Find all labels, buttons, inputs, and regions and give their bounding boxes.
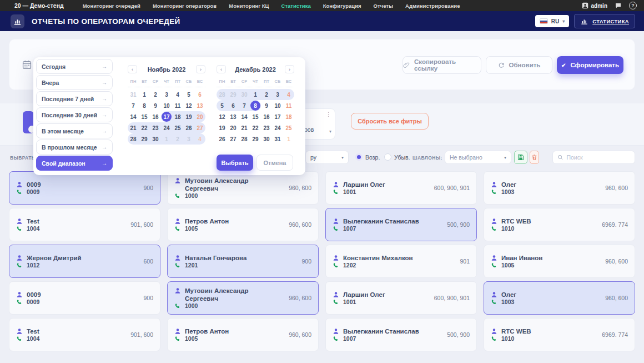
operator-card[interactable]: RTC WEB10106969. 774 <box>484 208 635 241</box>
next-month-button[interactable]: › <box>196 65 205 73</box>
calendar-day[interactable]: 6 <box>228 100 239 111</box>
sort-asc-radio[interactable]: Возр. <box>355 153 380 161</box>
calendar-day[interactable]: 22 <box>250 122 261 133</box>
calendar-day[interactable]: 3 <box>272 89 283 100</box>
calendar-day[interactable]: 18 <box>283 111 294 122</box>
operator-card[interactable]: Ларшин Олег1001600, 900, 901 <box>325 171 477 205</box>
calendar-day[interactable]: 15 <box>139 111 150 122</box>
calendar-day[interactable]: 14 <box>128 111 139 122</box>
calendar-day[interactable]: 17 <box>161 111 172 122</box>
calendar-day[interactable]: 28 <box>128 133 139 145</box>
next-month-button[interactable]: › <box>285 65 294 73</box>
preset-button[interactable]: Последние 7 дней→ <box>36 91 113 106</box>
preset-button[interactable]: Вчера→ <box>36 75 113 90</box>
calendar-day[interactable]: 14 <box>239 111 250 122</box>
calendar-day[interactable]: 18 <box>172 111 183 122</box>
operator-card[interactable]: RTC WEB10106969. 774 <box>484 318 635 351</box>
calendar-day[interactable]: 21 <box>128 122 139 133</box>
search-input[interactable] <box>566 154 630 161</box>
prev-month-button[interactable]: ‹ <box>128 65 137 73</box>
nav-item[interactable]: Отчеты <box>374 3 393 9</box>
calendar-day[interactable]: 21 <box>239 122 250 133</box>
chat-icon[interactable] <box>615 2 622 9</box>
calendar-day[interactable]: 28 <box>239 133 250 145</box>
operator-card[interactable]: Мутовин Александр Сергеевич1000960, 600 <box>167 171 319 205</box>
calendar-day[interactable]: 5 <box>183 89 194 100</box>
calendar-day[interactable]: 29 <box>228 89 239 100</box>
calendar-day[interactable]: 11 <box>172 100 183 111</box>
calendar-day[interactable]: 19 <box>183 111 194 122</box>
nav-item[interactable]: Мониторинг КЦ <box>229 3 269 9</box>
operator-card[interactable]: Наталья Гончарова1201900 <box>167 245 319 278</box>
prev-month-button[interactable]: ‹ <box>217 65 226 73</box>
calendar-day[interactable]: 7 <box>128 100 139 111</box>
calendar-day[interactable]: 8 <box>250 100 261 111</box>
operator-card[interactable]: Жернов Дмитрий1012600 <box>9 245 160 278</box>
operator-card[interactable]: Олег1003960, 600 <box>484 281 635 315</box>
calendar-day[interactable]: 24 <box>272 122 283 133</box>
nav-item[interactable]: Статистика <box>281 3 311 9</box>
calendar-day[interactable]: 31 <box>272 133 283 145</box>
calendar-day[interactable]: 4 <box>172 89 183 100</box>
calendar-day[interactable]: 3 <box>161 89 172 100</box>
calendar-day[interactable]: 22 <box>139 122 150 133</box>
preset-button[interactable]: Сегодня→ <box>36 59 113 74</box>
nav-item[interactable]: Администрирование <box>405 3 460 9</box>
preset-button[interactable]: Свой диапазон→ <box>36 156 113 171</box>
calendar-day[interactable]: 13 <box>228 111 239 122</box>
calendar-day[interactable]: 30 <box>261 133 272 145</box>
calendar-day[interactable]: 23 <box>150 122 161 133</box>
calendar-day[interactable]: 29 <box>139 133 150 145</box>
calendar-day[interactable]: 1 <box>161 133 172 145</box>
calendar-day[interactable]: 6 <box>194 89 205 100</box>
operator-card[interactable]: 00090009900 <box>9 281 160 315</box>
calendar-day[interactable]: 26 <box>217 133 228 145</box>
calendar-day[interactable]: 25 <box>283 122 294 133</box>
templates-dropdown[interactable]: Не выбрано ▾ <box>445 151 511 164</box>
operator-card[interactable]: Test1004901, 600 <box>9 318 160 351</box>
generate-button[interactable]: ✔ Сформировать <box>557 56 623 74</box>
operator-card[interactable]: 00090009900 <box>9 171 160 205</box>
calendar-day[interactable]: 5 <box>217 100 228 111</box>
calendar-day[interactable]: 20 <box>228 122 239 133</box>
reset-filters-button[interactable]: Сбросить все фитры <box>351 113 429 130</box>
operator-card[interactable]: Петров Антон1005960, 600 <box>167 318 319 351</box>
calendar-day[interactable]: 29 <box>250 133 261 145</box>
collapsed-filter-toggle[interactable] <box>23 111 34 133</box>
sort-desc-radio[interactable]: Убыв. <box>384 153 410 161</box>
calendar-day[interactable]: 15 <box>250 111 261 122</box>
save-template-button[interactable] <box>514 151 527 164</box>
calendar-day[interactable]: 1 <box>139 89 150 100</box>
calendar-day[interactable]: 8 <box>139 100 150 111</box>
preset-button[interactable]: Последние 30 дней→ <box>36 107 113 122</box>
operator-card[interactable]: Иван Иванов1005960, 600 <box>484 245 635 278</box>
calendar-day[interactable]: 28 <box>217 89 228 100</box>
statistics-button[interactable]: СТАТИСТИКА <box>574 14 635 28</box>
calendar-day[interactable]: 24 <box>161 122 172 133</box>
preset-button[interactable]: В прошлом месяце→ <box>36 140 113 155</box>
delete-template-button[interactable] <box>530 151 539 164</box>
calendar-icon[interactable] <box>22 60 32 72</box>
calendar-day[interactable]: 27 <box>194 122 205 133</box>
calendar-day[interactable]: 16 <box>150 111 161 122</box>
operator-card[interactable]: Вылегжанин Станислав1007500, 900 <box>325 318 477 351</box>
calendar-day[interactable]: 4 <box>283 89 294 100</box>
preset-button[interactable]: В этом месяце→ <box>36 123 113 138</box>
calendar-day[interactable]: 20 <box>194 111 205 122</box>
operator-card[interactable]: Ларшин Олег1001600, 900, 901 <box>325 281 477 315</box>
calendar-day[interactable]: 17 <box>272 111 283 122</box>
calendar-day[interactable]: 25 <box>172 122 183 133</box>
calendar-day[interactable]: 10 <box>161 100 172 111</box>
calendar-day[interactable]: 9 <box>150 100 161 111</box>
help-icon[interactable]: ? <box>629 2 637 9</box>
calendar-day[interactable]: 19 <box>217 122 228 133</box>
calendar-day[interactable]: 26 <box>183 122 194 133</box>
calendar-day[interactable]: 3 <box>183 133 194 145</box>
calendar-day[interactable]: 12 <box>183 100 194 111</box>
operator-card[interactable]: Константин Михалков1202901 <box>325 245 477 278</box>
calendar-day[interactable]: 2 <box>261 89 272 100</box>
calendar-day[interactable]: 1 <box>283 133 294 145</box>
calendar-day[interactable]: 1 <box>250 89 261 100</box>
calendar-day[interactable]: 2 <box>172 133 183 145</box>
operator-card[interactable]: Петров Антон1005960, 600 <box>167 208 319 241</box>
